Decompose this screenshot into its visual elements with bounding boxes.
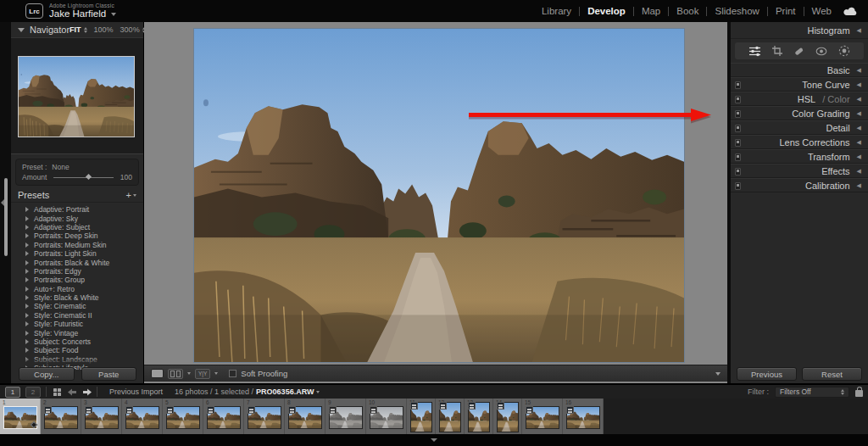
photo-thumbnail[interactable]: [125, 406, 159, 429]
disclosure-triangle-icon[interactable]: [25, 304, 29, 309]
filmstrip-cell[interactable]: 10: [366, 399, 407, 434]
before-after-split-icon[interactable]: Y|Y: [195, 369, 210, 379]
disclosure-triangle-icon[interactable]: [25, 277, 29, 282]
crop-overlay-icon[interactable]: [772, 46, 782, 56]
collapse-arrow-icon[interactable]: ◀: [857, 125, 861, 131]
previous-photo-arrow-icon[interactable]: [68, 388, 77, 396]
filter-dropdown[interactable]: Filters Off: [775, 387, 849, 398]
panel-section-hsl[interactable]: HSL / Color◀: [731, 92, 868, 106]
module-tab-slideshow[interactable]: Slideshow: [715, 6, 759, 16]
preset-item[interactable]: Auto+: Retro: [11, 285, 143, 293]
panel-toggle-switch[interactable]: [735, 168, 741, 176]
disclosure-triangle-icon[interactable]: [25, 348, 29, 353]
filmstrip-cell[interactable]: 4: [122, 399, 163, 434]
preset-item[interactable]: Style: Vintage: [11, 328, 143, 337]
disclosure-triangle-icon[interactable]: [25, 225, 29, 230]
disclosure-triangle-icon[interactable]: [25, 313, 29, 318]
panel-toggle-switch[interactable]: [735, 139, 741, 147]
copy-button[interactable]: Copy...: [19, 367, 75, 381]
preset-item[interactable]: Style: Cinematic: [11, 302, 143, 310]
amount-slider[interactable]: [53, 177, 114, 178]
disclosure-triangle-icon[interactable]: [25, 207, 29, 212]
before-after-left-right-icon[interactable]: [168, 369, 183, 379]
photo-thumbnail[interactable]: [85, 406, 119, 429]
photo-thumbnail[interactable]: [439, 402, 461, 432]
photo-thumbnail[interactable]: [288, 406, 322, 429]
filmstrip-cell[interactable]: 7: [244, 399, 285, 434]
preset-item[interactable]: Style: Futuristic: [11, 320, 143, 328]
amount-slider-thumb[interactable]: [86, 174, 92, 180]
disclosure-triangle-icon[interactable]: [25, 331, 29, 336]
panel-section-basic[interactable]: Basic◀: [731, 63, 868, 77]
preset-item[interactable]: Portraits: Light Skin: [11, 249, 143, 258]
preset-item[interactable]: Subject: Food: [11, 346, 143, 354]
preset-item[interactable]: Portraits: Deep Skin: [11, 231, 143, 240]
disclosure-triangle-icon[interactable]: [25, 269, 29, 274]
toolbar-options-dropdown-icon[interactable]: [715, 372, 721, 376]
collapse-arrow-icon[interactable]: ◀: [857, 27, 861, 34]
module-tab-develop[interactable]: Develop: [587, 6, 626, 16]
disclosure-triangle-icon[interactable]: [25, 260, 29, 265]
navigator-preview-image[interactable]: [18, 56, 135, 137]
healing-brush-icon[interactable]: [793, 46, 804, 57]
photo-thumbnail[interactable]: [166, 406, 200, 429]
paste-button[interactable]: Paste: [81, 367, 137, 381]
photo-thumbnail[interactable]: [566, 406, 600, 429]
panel-section-color-grading[interactable]: Color Grading◀: [731, 106, 868, 120]
edit-sliders-icon[interactable]: [748, 46, 761, 57]
zoom-300-control[interactable]: 300%: [120, 25, 146, 34]
collapse-filmstrip-icon[interactable]: [431, 438, 437, 442]
add-preset-button[interactable]: +: [126, 190, 136, 200]
left-panel-scrollbar[interactable]: [4, 178, 8, 256]
source-dropdown-icon[interactable]: [316, 391, 320, 393]
filmstrip-cell[interactable]: 16: [563, 399, 604, 434]
panel-toggle-switch[interactable]: [735, 182, 741, 190]
histogram-header[interactable]: Histogram ◀: [731, 22, 868, 39]
panel-toggle-switch[interactable]: [735, 125, 741, 132]
module-tab-map[interactable]: Map: [642, 6, 660, 16]
add-preset-dropdown-icon[interactable]: [133, 194, 136, 197]
collapse-arrow-icon[interactable]: ◀: [857, 139, 861, 146]
loupe-view-icon[interactable]: [151, 369, 164, 378]
cloud-sync-icon[interactable]: [843, 7, 858, 16]
panel-toggle-switch[interactable]: [735, 153, 741, 161]
preset-item[interactable]: Portraits: Medium Skin: [11, 241, 143, 249]
panel-section-calibration[interactable]: Calibration◀: [731, 178, 868, 192]
panel-toggle-switch[interactable]: [735, 81, 741, 89]
disclosure-triangle-icon[interactable]: [25, 233, 29, 238]
presets-header[interactable]: Presets +: [11, 188, 143, 203]
filmstrip-cell[interactable]: 1: [0, 399, 41, 434]
secondary-window-button[interactable]: 2: [25, 387, 41, 398]
panel-section-lens-corrections[interactable]: Lens Corrections◀: [731, 135, 868, 149]
filmstrip-cell[interactable]: 6: [203, 399, 244, 434]
filmstrip-cell[interactable]: 11: [407, 399, 436, 434]
before-after-dropdown-icon[interactable]: [187, 372, 191, 375]
disclosure-triangle-icon[interactable]: [25, 295, 29, 300]
filmstrip-cell[interactable]: 8: [285, 399, 326, 434]
primary-window-button[interactable]: 1: [5, 387, 20, 398]
main-photo[interactable]: [193, 28, 685, 363]
zoom-fit-control[interactable]: FIT: [70, 25, 87, 34]
preset-item[interactable]: Adaptive: Sky: [11, 214, 143, 222]
filmstrip-cell[interactable]: 9: [326, 399, 366, 434]
filmstrip-selection-info[interactable]: 16 photos / 1 selected / PRO06356.ARW: [175, 387, 320, 396]
disclosure-triangle-icon[interactable]: [25, 243, 29, 248]
preset-item[interactable]: Adaptive: Subject: [11, 223, 143, 231]
photo-thumbnail[interactable]: [329, 406, 363, 429]
collapse-arrow-icon[interactable]: ◀: [857, 67, 861, 74]
preset-item[interactable]: Style: Cinematic II: [11, 311, 143, 320]
preset-item[interactable]: Style: Black & White: [11, 293, 143, 302]
photo-thumbnail[interactable]: [3, 406, 37, 429]
collapse-arrow-icon[interactable]: ◀: [857, 182, 861, 189]
filmstrip-cell[interactable]: 2: [41, 399, 81, 434]
panel-section-effects[interactable]: Effects◀: [731, 164, 868, 178]
chevron-down-icon[interactable]: [111, 13, 116, 16]
panel-section-detail[interactable]: Detail◀: [731, 120, 868, 135]
module-tab-web[interactable]: Web: [812, 6, 832, 16]
masking-icon[interactable]: [838, 45, 850, 57]
photo-thumbnail[interactable]: [468, 402, 490, 432]
previous-button[interactable]: Previous: [737, 367, 797, 381]
filmstrip-cell[interactable]: 14: [493, 399, 522, 434]
module-tab-book[interactable]: Book: [676, 6, 698, 16]
zoom-100-control[interactable]: 100%: [94, 25, 114, 34]
